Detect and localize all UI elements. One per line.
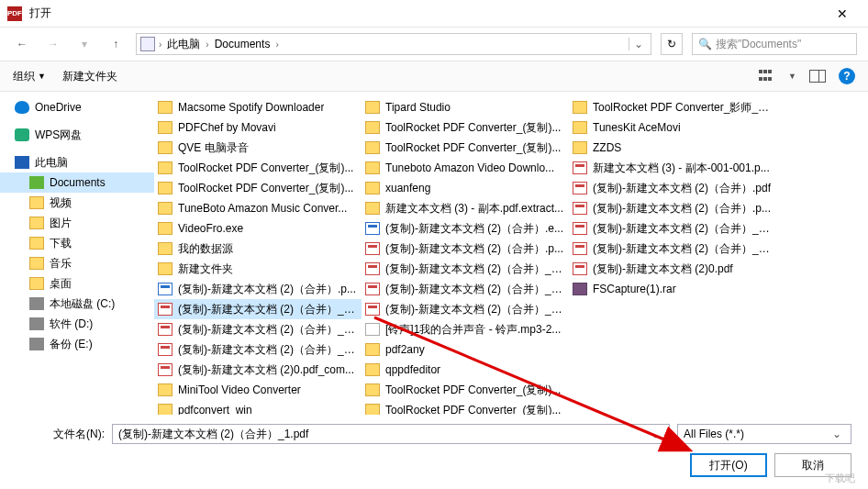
folder-icon xyxy=(29,338,44,350)
refresh-button[interactable]: ↻ xyxy=(661,33,683,55)
file-name: (复制)-新建文本文档 (2)0.pdf xyxy=(593,261,733,277)
file-item[interactable]: ToolRocket PDF Converter_(复制)... xyxy=(362,117,569,138)
file-item[interactable]: (复制)-新建文本文档 (2)（合并）_c... xyxy=(569,218,776,239)
file-item[interactable]: ToolRocket PDF Converter_(复制)... xyxy=(362,380,569,400)
crumb-pc[interactable]: 此电脑 xyxy=(165,37,202,52)
new-folder-button[interactable]: 新建文件夹 xyxy=(62,69,117,84)
close-icon[interactable]: ✕ xyxy=(824,6,861,21)
search-input[interactable]: 🔍 搜索"Documents" xyxy=(692,33,857,55)
folder-icon xyxy=(365,101,380,114)
folder-icon xyxy=(15,101,29,114)
back-button[interactable]: ← xyxy=(11,33,33,55)
sidebar-item-label: 软件 (D:) xyxy=(50,317,93,332)
doc-icon xyxy=(158,283,172,295)
file-item[interactable]: [铃声]1我的合并声音 - 铃声.mp3-2... xyxy=(362,319,569,339)
file-name: MiniTool Video Converter xyxy=(178,383,301,396)
sidebar-item-11[interactable]: 备份 (E:) xyxy=(0,334,154,354)
file-item[interactable]: (复制)-新建文本文档 (2)（合并）.p... xyxy=(362,239,569,259)
file-item[interactable]: ZZDS xyxy=(569,138,776,158)
sidebar-item-7[interactable]: 音乐 xyxy=(0,253,154,273)
file-item[interactable]: (复制)-新建文本文档 (2)（合并）_已... xyxy=(154,339,362,360)
file-item[interactable]: VideoFro.exe xyxy=(154,218,362,239)
pdf-icon xyxy=(158,323,172,336)
file-item[interactable]: FSCapture(1).rar xyxy=(569,279,776,299)
up-button[interactable]: ↑ xyxy=(105,33,127,55)
search-placeholder: 搜索"Documents" xyxy=(716,37,801,52)
sidebar-item-2[interactable]: 此电脑 xyxy=(0,152,154,172)
pdf-icon xyxy=(365,242,380,255)
sidebar-item-10[interactable]: 软件 (D:) xyxy=(0,314,154,334)
file-item[interactable]: (复制)-新建文本文档 (2)（合并）.p... xyxy=(154,279,362,299)
file-name: (复制)-新建文本文档 (2)（合并）.p... xyxy=(385,241,563,257)
file-item[interactable]: 新建文件夹 xyxy=(154,259,362,279)
file-item[interactable]: 新建文本文档 (3) - 副本-001-001.p... xyxy=(569,158,776,178)
file-item[interactable]: TuneBoto Amazon Music Conver... xyxy=(154,198,362,218)
chevron-down-icon: ▼ xyxy=(38,72,46,81)
sidebar-item-label: WPS网盘 xyxy=(35,128,82,143)
pdf-icon xyxy=(365,283,380,295)
crumb-documents[interactable]: Documents xyxy=(213,38,273,50)
help-icon[interactable]: ? xyxy=(839,68,855,84)
view-options[interactable] xyxy=(759,70,775,83)
sidebar-item-3[interactable]: Documents xyxy=(0,172,154,193)
sidebar-item-8[interactable]: 桌面 xyxy=(0,273,154,294)
preview-pane-icon[interactable] xyxy=(809,70,826,83)
file-item[interactable]: TunesKit AceMovi xyxy=(569,117,776,138)
organize-menu[interactable]: 组织 ▼ xyxy=(13,69,46,84)
chevron-right-icon: › xyxy=(159,39,161,50)
sidebar-item-9[interactable]: 本地磁盘 (C:) xyxy=(0,294,154,314)
file-item[interactable]: ToolRocket PDF Converter_(复制)... xyxy=(154,158,362,178)
breadcrumb-dropdown[interactable]: ⌄ xyxy=(629,38,647,50)
file-item[interactable]: ToolRocket PDF Converter_(复制)... xyxy=(154,178,362,198)
filename-input[interactable]: (复制)-新建文本文档 (2)（合并）_1.pdf ⌄ xyxy=(112,424,670,444)
sidebar-item-6[interactable]: 下载 xyxy=(0,233,154,253)
file-item[interactable]: pdf2any xyxy=(362,339,569,360)
file-item[interactable]: 我的数据源 xyxy=(154,239,362,259)
file-item[interactable]: ToolRocket PDF Converter_影师_s... xyxy=(569,97,776,117)
file-item[interactable]: ToolRocket PDF Converter_(复制)... xyxy=(362,400,569,415)
file-item[interactable]: (复制)-新建文本文档 (2)（合并）_加... xyxy=(154,319,362,339)
file-item[interactable]: 新建文本文档 (3) - 副本.pdf.extract... xyxy=(362,198,569,218)
file-item[interactable]: (复制)-新建文本文档 (2)（合并）_1... xyxy=(154,299,362,319)
file-item[interactable]: (复制)-新建文本文档 (2)（合并）.pdf xyxy=(569,178,776,198)
file-item[interactable]: Tuneboto Amazon Video Downlo... xyxy=(362,158,569,178)
file-item[interactable]: (复制)-新建文本文档 (2)（合并）_加... xyxy=(362,279,569,299)
file-item[interactable]: qppdfeditor xyxy=(362,360,569,380)
file-name: (复制)-新建文本文档 (2)（合并）_加... xyxy=(385,282,565,297)
file-item[interactable]: (复制)-新建文本文档 (2)0.pdf xyxy=(569,259,776,279)
sidebar-item-label: OneDrive xyxy=(35,101,82,114)
file-item[interactable]: QVE 电脑录音 xyxy=(154,138,362,158)
recent-dropdown[interactable]: ▾ xyxy=(73,33,95,55)
breadcrumb[interactable]: › 此电脑 › Documents › ⌄ xyxy=(136,33,651,55)
forward-button[interactable]: → xyxy=(42,33,64,55)
file-item[interactable]: Macsome Spotify Downloader xyxy=(154,97,362,117)
file-name: (复制)-新建文本文档 (2)（合并）.e... xyxy=(385,221,563,237)
file-item[interactable]: pdfconvert_win xyxy=(154,400,362,415)
sidebar-item-4[interactable]: 视频 xyxy=(0,193,154,213)
file-item[interactable]: xuanfeng xyxy=(362,178,569,198)
sidebar-item-label: 此电脑 xyxy=(35,155,68,171)
open-button[interactable]: 打开(O) xyxy=(690,453,767,477)
file-name: ToolRocket PDF Converter_影师_s... xyxy=(593,100,773,116)
sidebar-item-5[interactable]: 图片 xyxy=(0,213,154,233)
file-item[interactable]: (复制)-新建文本文档 (2)（合并）.e... xyxy=(362,218,569,239)
sidebar-item-0[interactable]: OneDrive xyxy=(0,97,154,117)
folder-icon xyxy=(365,141,380,154)
sidebar-item-1[interactable]: WPS网盘 xyxy=(0,125,154,145)
file-item[interactable]: Tipard Studio xyxy=(362,97,569,117)
file-item[interactable]: MiniTool Video Converter xyxy=(154,380,362,400)
file-name: FSCapture(1).rar xyxy=(593,283,676,295)
file-item[interactable]: ToolRocket PDF Converter_(复制)... xyxy=(362,138,569,158)
filetype-filter[interactable]: All Files (*.*) ⌄ xyxy=(677,424,851,444)
file-item[interactable]: (复制)-新建文本文档 (2)（合并）_加... xyxy=(569,239,776,259)
file-item[interactable]: (复制)-新建文本文档 (2)（合并）.p... xyxy=(569,198,776,218)
filename-dropdown[interactable]: ⌄ xyxy=(647,428,663,440)
file-item[interactable]: (复制)-新建文本文档 (2)（合并）_加... xyxy=(362,299,569,319)
file-item[interactable]: (复制)-新建文本文档 (2)0.pdf_com... xyxy=(154,360,362,380)
file-item[interactable]: (复制)-新建文本文档 (2)（合并）_c... xyxy=(362,259,569,279)
chevron-down-icon[interactable]: ▼ xyxy=(788,72,796,81)
file-item[interactable]: PDFChef by Movavi xyxy=(154,117,362,138)
folder-icon xyxy=(29,176,44,189)
file-name: Tuneboto Amazon Video Downlo... xyxy=(385,161,554,174)
folder-icon xyxy=(158,262,172,275)
